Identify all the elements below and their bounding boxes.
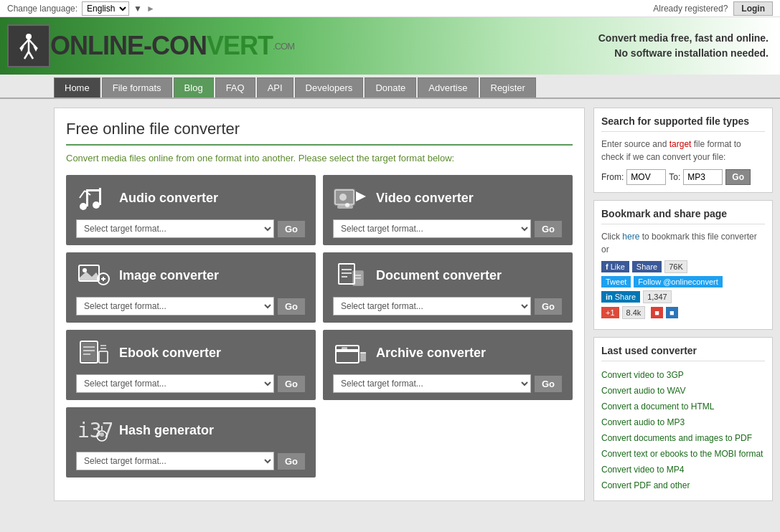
archive-go-button[interactable]: Go	[534, 375, 563, 393]
video-converter-card: Video converter Select target format... …	[323, 175, 573, 245]
digg-button[interactable]: ■	[666, 307, 678, 318]
twitter-follow-button[interactable]: Follow @onlineconvert	[634, 276, 722, 288]
video-converter-label: Video converter	[376, 191, 474, 206]
page-title: Free online file converter	[66, 120, 573, 146]
from-input[interactable]	[626, 169, 666, 185]
last-used-item-5[interactable]: Convert documents and images to PDF	[601, 433, 752, 443]
hash-generator-controls: Select target format... Go	[76, 452, 306, 470]
bookmark-title: Bookmark and share page	[601, 208, 765, 224]
ebook-go-button[interactable]: Go	[277, 375, 306, 393]
video-converter-controls: Select target format... Go	[333, 219, 563, 238]
video-converter-icon	[333, 184, 369, 212]
list-item: Convert video to MP4	[601, 462, 765, 478]
image-go-button[interactable]: Go	[277, 298, 306, 315]
nav-file-formats[interactable]: File formats	[102, 77, 172, 98]
last-used-item-7[interactable]: Convert video to MP4	[601, 465, 684, 475]
list-item: Convert audio to WAV	[601, 383, 765, 399]
nav-developers[interactable]: Developers	[295, 77, 364, 98]
image-format-select[interactable]: Select target format...	[76, 297, 274, 315]
search-box: Search for supported file types Enter so…	[593, 108, 773, 193]
svg-rect-39	[99, 351, 108, 363]
nav-blog[interactable]: Blog	[174, 77, 214, 98]
document-format-select[interactable]: Select target format...	[333, 297, 531, 315]
list-item: Convert audio to MP3	[601, 414, 765, 430]
svg-point-49	[100, 432, 104, 437]
subtitle: Convert media files online from one form…	[66, 153, 573, 163]
language-select[interactable]: English	[82, 1, 129, 16]
nav-api[interactable]: API	[257, 77, 293, 98]
hash-go-button[interactable]: Go	[277, 452, 306, 470]
svg-text:i37: i37	[77, 419, 112, 442]
archive-converter-card: Archive converter Select target format..…	[323, 330, 573, 400]
top-bar-left: Change language: English ▼ ►	[7, 1, 155, 16]
list-item: Convert PDF and other	[601, 478, 765, 493]
image-converter-title-row: Image converter	[76, 261, 306, 290]
audio-format-select[interactable]: Select target format...	[76, 219, 274, 238]
image-converter-label: Image converter	[119, 268, 219, 283]
to-input[interactable]	[683, 169, 723, 185]
facebook-count: 76K	[664, 260, 687, 273]
archive-converter-controls: Select target format... Go	[333, 374, 563, 393]
ebook-converter-label: Ebook converter	[119, 346, 221, 361]
hash-generator-icon: i37	[76, 416, 112, 445]
tagline-line2: No software installation needed.	[598, 46, 769, 61]
bookmark-here-link[interactable]: here	[622, 232, 639, 242]
svg-line-5	[29, 52, 33, 59]
logo-container[interactable]: ONLINE-CONVERT.COM	[7, 24, 294, 67]
last-used-item-3[interactable]: Convert a document to HTML	[601, 402, 714, 412]
logo-figure-icon	[14, 32, 43, 60]
googleplus-button[interactable]: +1	[601, 307, 619, 318]
ebook-format-select[interactable]: Select target format...	[76, 374, 274, 393]
hash-generator-title-row: i37 Hash generator	[76, 416, 306, 445]
svg-rect-35	[82, 343, 96, 361]
document-converter-card: Document converter Select target format.…	[323, 252, 573, 323]
image-converter-controls: Select target format... Go	[76, 297, 306, 315]
archive-format-select[interactable]: Select target format...	[333, 374, 531, 393]
audio-converter-icon	[76, 184, 112, 212]
check-go-button[interactable]: Go	[725, 169, 751, 185]
last-used-item-6[interactable]: Convert text or ebooks to the MOBI forma…	[601, 449, 763, 459]
social-row-4: +1 8.4k ■ ■	[601, 306, 765, 319]
document-go-button[interactable]: Go	[534, 298, 563, 315]
target-text: target	[669, 139, 692, 149]
archive-converter-label: Archive converter	[376, 346, 486, 361]
audio-converter-label: Audio converter	[119, 191, 218, 206]
tw-follow-label: Follow @onlineconvert	[638, 277, 718, 286]
list-item: Convert video to 3GP	[601, 367, 765, 383]
last-used-item-1[interactable]: Convert video to 3GP	[601, 370, 684, 380]
nav: Home File formats Blog FAQ API Developer…	[0, 75, 780, 99]
hash-format-select[interactable]: Select target format...	[76, 452, 274, 470]
linkedin-share-button[interactable]: in Share	[601, 291, 640, 303]
nav-advertise[interactable]: Advertise	[418, 77, 478, 98]
last-used-item-2[interactable]: Convert audio to WAV	[601, 386, 685, 396]
ebook-converter-card: Ebook converter Select target format... …	[66, 330, 316, 400]
nav-donate[interactable]: Donate	[365, 77, 416, 98]
svg-rect-19	[337, 205, 353, 209]
tagline: Convert media free, fast and online. No …	[598, 31, 769, 61]
list-item: Convert a document to HTML	[601, 399, 765, 414]
last-used-section: Last used converter Convert video to 3GP…	[593, 337, 773, 501]
facebook-share-button[interactable]: Share	[632, 261, 662, 272]
login-button[interactable]: Login	[733, 1, 773, 16]
video-format-select[interactable]: Select target format...	[333, 219, 531, 238]
fb-icon: f	[606, 262, 609, 271]
facebook-like-button[interactable]: f Like	[601, 261, 629, 272]
nav-register[interactable]: Register	[480, 77, 536, 98]
last-used-item-8[interactable]: Convert PDF and other	[601, 480, 690, 490]
search-box-description: Enter source and target file format to c…	[601, 138, 765, 163]
twitter-tweet-button[interactable]: Tweet	[601, 276, 631, 288]
sidebar: Search for supported file types Enter so…	[593, 108, 773, 501]
tagline-line1: Convert media free, fast and online.	[598, 31, 769, 46]
svg-rect-27	[339, 264, 354, 284]
audio-go-button[interactable]: Go	[277, 220, 306, 238]
video-go-button[interactable]: Go	[534, 220, 563, 238]
nav-faq[interactable]: FAQ	[215, 77, 255, 98]
nav-home[interactable]: Home	[54, 77, 100, 98]
from-to-row: From: To: Go	[601, 169, 765, 185]
document-converter-controls: Select target format... Go	[333, 297, 563, 315]
last-used-item-4[interactable]: Convert audio to MP3	[601, 417, 685, 427]
hash-generator-label: Hash generator	[119, 423, 214, 438]
stumbleupon-button[interactable]: ■	[651, 307, 663, 318]
audio-converter-card: Audio converter Select target format... …	[66, 175, 316, 245]
svg-rect-45	[360, 353, 366, 361]
